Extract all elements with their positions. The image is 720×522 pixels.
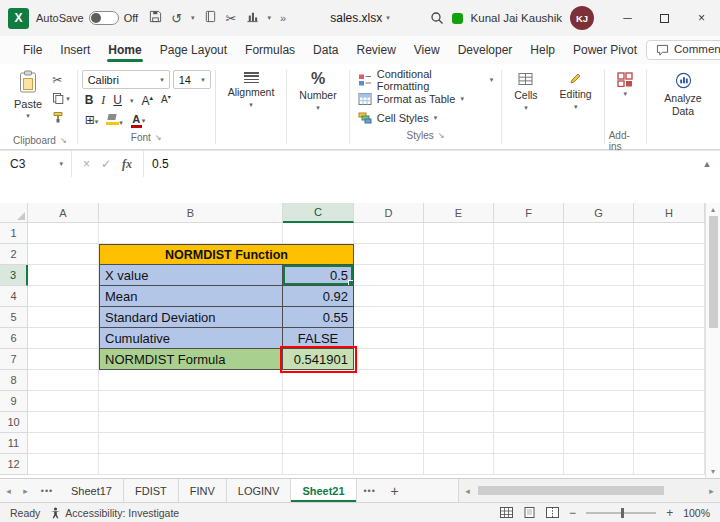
cell[interactable] <box>354 412 424 433</box>
vertical-scrollbar[interactable]: ▴ ▾ <box>705 203 720 478</box>
font-name-select[interactable]: Calibri▾ <box>82 70 170 89</box>
font-size-select[interactable]: 14▾ <box>173 70 211 89</box>
cell[interactable] <box>354 244 424 265</box>
undo-icon[interactable]: ↺ <box>171 11 182 26</box>
cell[interactable] <box>494 307 564 328</box>
scroll-down-icon[interactable]: ▾ <box>711 465 715 478</box>
row-header-4[interactable]: 4 <box>0 286 28 307</box>
cell[interactable] <box>354 328 424 349</box>
row-header-12[interactable]: 12 <box>0 454 28 475</box>
fill-color-button[interactable]: ▾ <box>106 113 123 127</box>
horizontal-scroll-thumb[interactable] <box>478 486 664 495</box>
cell-table-title[interactable]: NORMDIST Function <box>99 244 354 265</box>
cell[interactable] <box>354 307 424 328</box>
name-box[interactable]: C3 ▾ <box>0 151 72 177</box>
cell-stddev-value[interactable]: 0.55 <box>283 307 354 328</box>
document-title[interactable]: sales.xlsx ▾ <box>330 11 390 25</box>
cell[interactable] <box>99 370 283 391</box>
cell[interactable] <box>634 244 705 265</box>
row-header-5[interactable]: 5 <box>0 307 28 328</box>
alignment-button[interactable]: Alignment ▾ <box>220 67 283 109</box>
row-header-8[interactable]: 8 <box>0 370 28 391</box>
cell[interactable] <box>564 265 634 286</box>
copy-icon[interactable]: ▾ <box>52 91 70 106</box>
excel-app-icon[interactable]: X <box>8 8 29 29</box>
cell-cumulative-label[interactable]: Cumulative <box>99 328 283 349</box>
column-header-b[interactable]: B <box>99 203 283 223</box>
format-painter-icon[interactable] <box>52 110 70 125</box>
cell-cumulative-value[interactable]: FALSE <box>283 328 354 349</box>
cell[interactable] <box>564 370 634 391</box>
cell[interactable] <box>494 223 564 244</box>
column-header-h[interactable]: H <box>634 203 705 223</box>
sheet-nav-right-icon[interactable]: ▸ <box>17 479 34 502</box>
conditional-formatting-button[interactable]: Conditional Formatting▾ <box>354 70 498 89</box>
row-header-7[interactable]: 7 <box>0 349 28 370</box>
cell[interactable] <box>354 265 424 286</box>
cell[interactable] <box>634 328 705 349</box>
cell[interactable] <box>564 433 634 454</box>
cell[interactable] <box>424 223 494 244</box>
cell[interactable] <box>28 307 99 328</box>
cell[interactable] <box>424 433 494 454</box>
cell[interactable] <box>634 412 705 433</box>
cell[interactable] <box>634 265 705 286</box>
cell[interactable] <box>28 286 99 307</box>
italic-button[interactable]: I <box>101 94 105 106</box>
accessibility-status[interactable]: Accessibility: Investigate <box>50 507 179 519</box>
decrease-font-button[interactable]: A▾ <box>161 94 171 105</box>
cell[interactable] <box>354 349 424 370</box>
cell[interactable] <box>564 286 634 307</box>
tab-power-pivot[interactable]: Power Pivot <box>564 37 646 64</box>
sheet-tab-loginv[interactable]: LOGINV <box>227 479 292 502</box>
autosave-switch[interactable] <box>89 11 119 25</box>
insert-function-icon[interactable]: fx <box>122 157 132 172</box>
cell[interactable] <box>354 370 424 391</box>
new-sheet-button[interactable]: + <box>383 479 407 502</box>
row-header-10[interactable]: 10 <box>0 412 28 433</box>
column-header-a[interactable]: A <box>28 203 99 223</box>
save-icon[interactable] <box>149 10 162 26</box>
cell-x-value-label[interactable]: X value <box>99 265 283 286</box>
hscroll-left-icon[interactable]: ◂ <box>459 486 476 496</box>
cell[interactable] <box>283 370 354 391</box>
cell[interactable] <box>354 286 424 307</box>
horizontal-scrollbar[interactable]: ◂ ▸ <box>458 479 720 502</box>
qat-chart-icon[interactable] <box>246 10 259 26</box>
cell[interactable] <box>424 328 494 349</box>
tab-developer[interactable]: Developer <box>449 37 522 64</box>
zoom-out-button[interactable]: − <box>569 506 576 520</box>
maximize-button[interactable] <box>646 0 683 36</box>
user-account[interactable]: Kunal Jai Kaushik KJ <box>452 6 594 30</box>
cell-mean-label[interactable]: Mean <box>99 286 283 307</box>
cell[interactable] <box>424 412 494 433</box>
cell[interactable] <box>424 370 494 391</box>
tab-view[interactable]: View <box>405 37 449 64</box>
cell[interactable] <box>564 328 634 349</box>
cell[interactable] <box>494 244 564 265</box>
sheet-tab-finv[interactable]: FINV <box>179 479 227 502</box>
cell-stddev-label[interactable]: Standard Deviation <box>99 307 283 328</box>
cell[interactable] <box>283 223 354 244</box>
tab-help[interactable]: Help <box>521 37 564 64</box>
cell[interactable] <box>564 307 634 328</box>
cell[interactable] <box>354 454 424 475</box>
cell[interactable] <box>634 454 705 475</box>
cell[interactable] <box>424 265 494 286</box>
search-icon[interactable] <box>430 11 444 25</box>
addins-button[interactable]: ▾ <box>609 67 641 98</box>
cell[interactable] <box>424 244 494 265</box>
paste-button[interactable]: Paste ▾ <box>7 67 49 120</box>
number-button[interactable]: % Number ▾ <box>291 67 344 112</box>
formula-input[interactable]: 0.5 <box>144 157 694 171</box>
clipboard-dialog-launcher-icon[interactable]: ↘ <box>60 136 67 145</box>
cell-styles-button[interactable]: Cell Styles▾ <box>354 108 498 127</box>
row-header-3[interactable]: 3 <box>0 265 28 286</box>
font-dialog-launcher-icon[interactable]: ↘ <box>155 133 162 142</box>
borders-button[interactable]: ⊞▾ <box>85 114 99 126</box>
sheet-overflow-right[interactable]: ••• <box>357 479 383 502</box>
cell[interactable] <box>28 391 99 412</box>
undo-dropdown-icon[interactable]: ▾ <box>191 14 195 22</box>
cell[interactable] <box>424 454 494 475</box>
cell[interactable] <box>99 454 283 475</box>
